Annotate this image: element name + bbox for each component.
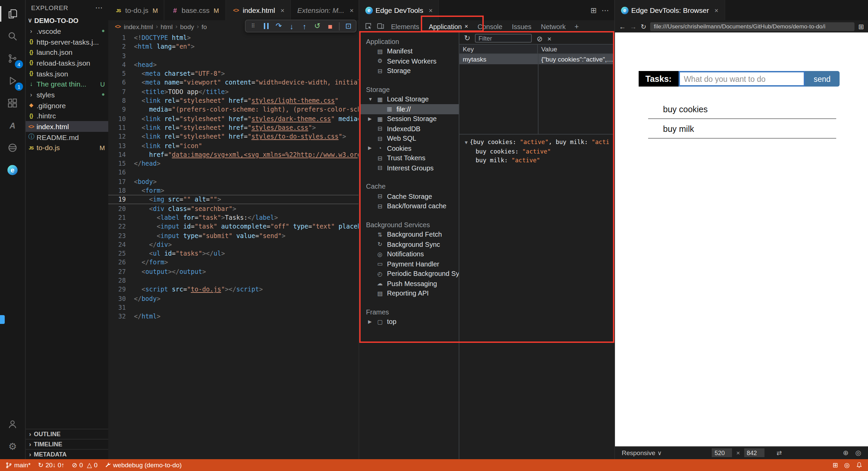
line-number[interactable]: 30 [108, 294, 134, 303]
line-number[interactable]: 18 [108, 186, 134, 195]
file-item-gitignore[interactable]: ◆.gitignore [26, 100, 108, 111]
line-number[interactable]: 16 [108, 168, 134, 177]
explorer-root-folder[interactable]: ∨ DEMO-TO-DO [26, 15, 108, 26]
code-line-25[interactable]: 25 <ul id="tasks"></ul> [108, 249, 359, 258]
sidebar-item-trust-tokens[interactable]: ⊟Trust Tokens [359, 153, 459, 163]
breadcrumb-item-index-html[interactable]: index.html [124, 23, 153, 30]
sidebar-section-timeline[interactable]: ›TIMELINE [26, 439, 108, 449]
sidebar-item-indexeddb[interactable]: ⊟IndexedDB [359, 124, 459, 134]
code-line-10[interactable]: 10 <link rel="stylesheet" href="styles/d… [108, 114, 359, 123]
devtools-tab-network[interactable]: Network [536, 20, 570, 32]
line-number[interactable]: 9 [108, 105, 134, 114]
device-type-dropdown[interactable]: Responsive ∨ [622, 449, 662, 456]
sidebar-item-background-sync[interactable]: ↻Background Sync [359, 239, 459, 249]
tab-index-html[interactable]: <>index.html× [226, 0, 291, 20]
code-line-32[interactable]: 32</html> [108, 312, 359, 321]
code-line-30[interactable]: 30</body> [108, 294, 359, 303]
step-out-button[interactable]: ↑ [300, 22, 309, 30]
code-line-4[interactable]: 4<head> [108, 60, 359, 69]
devtools-tab-application[interactable]: Application× [424, 20, 473, 32]
column-header-value[interactable]: Value [538, 45, 561, 53]
file-item-readme-md[interactable]: ⓘREADME.md [26, 132, 108, 142]
activity-item-search[interactable] [0, 25, 25, 47]
line-number[interactable]: 12 [108, 132, 134, 141]
devtools-tab-issues[interactable]: Issues [507, 20, 536, 32]
code-line-26[interactable]: 26 </form> [108, 258, 359, 267]
task-status[interactable]: webdebug (demo-to-do) [105, 461, 182, 469]
git-branch-status[interactable]: main* [5, 461, 31, 469]
file-item-hintrc[interactable]: {}.hintrc [26, 111, 108, 121]
sidebar-item-payment-handler[interactable]: ▭Payment Handler [359, 259, 459, 269]
line-number[interactable]: 20 [108, 204, 134, 213]
code-line-21[interactable]: 21 <label for="task">Tasks:</label> [108, 213, 359, 222]
file-item-launch-json[interactable]: {}launch.json [26, 47, 108, 57]
sidebar-item-top[interactable]: ▶▢top [359, 317, 459, 327]
close-icon[interactable]: × [429, 6, 433, 14]
line-number[interactable]: 5 [108, 69, 134, 78]
problems-status[interactable]: ⊘ 0 △ 0 [72, 461, 98, 469]
notifications-bell-icon[interactable] [856, 462, 863, 468]
sidebar-item-web-sql[interactable]: ⊟Web SQL [359, 134, 459, 143]
tab-base-css[interactable]: #base.cssM [165, 0, 226, 20]
line-number[interactable]: 24 [108, 240, 134, 249]
activity-item-source-control[interactable]: 4 [0, 47, 25, 70]
sidebar-item-manifest[interactable]: ▤Manifest [359, 46, 459, 56]
close-icon[interactable]: × [350, 6, 354, 14]
code-line-22[interactable]: 22 <input id="task" autocomplete="off" t… [108, 222, 359, 231]
line-number[interactable]: 27 [108, 267, 134, 276]
line-number[interactable]: 6 [108, 78, 134, 87]
explorer-more-actions-icon[interactable]: ⋯ [95, 3, 103, 12]
task-item-buy-cookies[interactable]: buy cookies [648, 103, 836, 119]
close-icon[interactable]: × [714, 6, 718, 14]
line-number[interactable]: 7 [108, 87, 134, 96]
preview-summary[interactable]: ▼{buy cookies: "active", buy milk: "acti… [465, 138, 609, 147]
line-number[interactable]: 14 [108, 150, 134, 159]
file-item-vscode[interactable]: ›.vscode● [26, 26, 108, 36]
file-item-reload-tasks-json[interactable]: {}reload-tasks.json [26, 57, 108, 68]
step-over-button[interactable]: ↷ [275, 22, 283, 30]
code-line-13[interactable]: 13 <link rel="icon" [108, 141, 359, 150]
inspect-element-icon[interactable] [362, 22, 374, 30]
add-panel-button[interactable]: + [570, 22, 583, 30]
back-button[interactable]: ← [619, 23, 626, 30]
sidebar-item-storage[interactable]: ⊟Storage [359, 66, 459, 76]
file-item-the-great-thin[interactable]: ↓The great thin...U [26, 79, 108, 89]
file-item-index-html[interactable]: <>index.html [26, 121, 108, 132]
breadcrumb-item-body[interactable]: body [180, 23, 194, 30]
activity-item-extensions[interactable] [0, 92, 25, 114]
code-line-8[interactable]: 8 <link rel="stylesheet" href="styles/li… [108, 96, 359, 105]
sidebar-section-metadata[interactable]: ›METADATA [26, 449, 108, 459]
activity-item-accounts[interactable] [0, 413, 25, 435]
line-number[interactable]: 29 [108, 285, 134, 294]
send-button[interactable]: send [805, 71, 839, 87]
code-line-20[interactable]: 20 <div class="searchbar"> [108, 204, 359, 213]
code-line-7[interactable]: 7 <title>TODO app</title> [108, 87, 359, 96]
sidebar-item-cookies[interactable]: ▶◔Cookies [359, 143, 459, 153]
close-icon[interactable]: × [464, 23, 468, 30]
code-line-17[interactable]: 17<body> [108, 177, 359, 186]
sidebar-item-service-workers[interactable]: ⚙Service Workers [359, 56, 459, 66]
tab-edge-devtools-browser[interactable]: eEdge DevTools: Browser× [615, 0, 725, 20]
line-number[interactable]: 32 [108, 312, 134, 321]
sidebar-item-interest-groups[interactable]: ⊟Interest Groups [359, 163, 459, 173]
code-line-16[interactable]: 16 [108, 168, 359, 177]
line-number[interactable]: 26 [108, 258, 134, 267]
line-number[interactable]: 15 [108, 159, 134, 168]
code-line-19[interactable]: 19 <img src="" alt=""> [108, 195, 359, 204]
chevron-right-icon[interactable]: ▶ [368, 146, 372, 151]
reload-button[interactable]: ↻ [641, 23, 646, 30]
storage-row-mytasks[interactable]: mytasks{"buy cookies":"active",… [459, 54, 614, 64]
code-line-3[interactable]: 3 [108, 51, 359, 60]
sidebar-item-push-messaging[interactable]: ☁Push Messaging [359, 279, 459, 288]
chevron-right-icon[interactable]: ▶ [368, 319, 372, 325]
sync-status[interactable]: ↻ 20↓ 0↑ [38, 461, 65, 469]
refresh-icon[interactable]: ↻ [464, 34, 470, 43]
activity-item-settings[interactable]: ⚙ [0, 435, 25, 457]
line-number[interactable]: 4 [108, 60, 134, 69]
code-line-24[interactable]: 24 </div> [108, 240, 359, 249]
breadcrumb-item-html[interactable]: html [161, 23, 173, 30]
url-bar[interactable]: file:///Users/chrisheilmann/Documents/Gi… [650, 22, 854, 31]
line-number[interactable]: 1 [108, 33, 134, 42]
viewport-width-input[interactable] [712, 448, 732, 457]
sidebar-item-notifications[interactable]: ◎Notifications [359, 249, 459, 259]
